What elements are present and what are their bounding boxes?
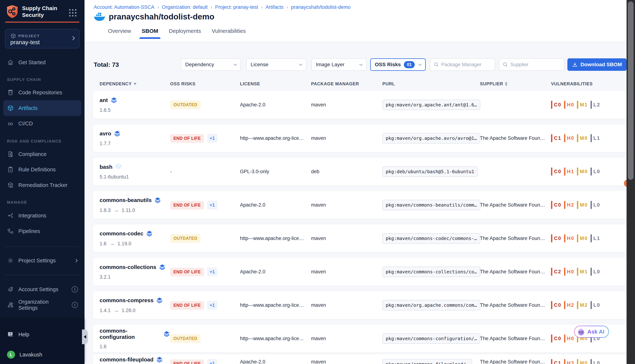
sort-both-icon xyxy=(505,82,508,86)
table-row[interactable]: commons-compress 1.4.1→1.28.0 END OF LIF… xyxy=(93,291,626,319)
sbom-table: DEPENDENCY OSS RISKS LICENSE PACKAGE MAN… xyxy=(93,81,626,364)
sidebar-item-label: Get Started xyxy=(18,60,46,66)
purl-chip[interactable]: pkg:maven/org.apache.commons/com… xyxy=(382,300,480,310)
breadcrumb-project[interactable]: Project: pranay-test xyxy=(215,4,258,10)
sidebar-item-label: Remediation Tracker xyxy=(18,182,68,188)
tab-deployments[interactable]: Deployments xyxy=(168,28,202,38)
sidebar-item-project-settings[interactable]: Project Settings xyxy=(0,253,85,268)
sidebar-item-code-repositories[interactable]: Code Repositories xyxy=(0,85,85,100)
sidebar-item-organization-settings[interactable]: Organization Settings i xyxy=(0,298,85,312)
purl-chip[interactable]: pkg:maven/commons-collections/co… xyxy=(382,266,480,277)
more-risks-chip[interactable]: +1 xyxy=(207,267,218,276)
table-row[interactable]: ant 1.6.5 OUTDATED Apache-2.0 maven pkg:… xyxy=(93,91,626,119)
chevron-down-icon xyxy=(359,62,362,66)
project-name: pranay-test xyxy=(10,39,40,46)
table-row[interactable]: avro 1.7.7 END OF LIFE+1 http---www.apac… xyxy=(93,124,626,152)
purl-chip[interactable]: pkg:maven/org.apache.avro/avro@1… xyxy=(382,133,480,144)
oss-risk-badge: END OF LIFE xyxy=(170,360,204,364)
dependency-name: bash xyxy=(100,164,112,170)
sidebar-item-integrations[interactable]: Integrations xyxy=(0,208,85,223)
supplier: The Apache Software Foun… xyxy=(480,302,551,308)
sidebar-item-remediation-tracker[interactable]: Remediation Tracker xyxy=(0,178,85,192)
table-row[interactable]: commons-codec 1.6→1.19.0 OUTDATED http--… xyxy=(93,224,626,252)
tab-overview[interactable]: Overview xyxy=(107,28,132,38)
supplier: The Apache Software Foun… xyxy=(480,336,551,342)
sidebar-item-label: Project Settings xyxy=(18,258,56,264)
purl-chip[interactable]: pkg:maven/commons-beanutils/comm… xyxy=(382,200,480,210)
main-content: Account: Automation-SSCA› Organization: … xyxy=(85,0,635,364)
breadcrumb-separator: › xyxy=(261,4,263,10)
table-row[interactable]: commons-collections 3.2.1 END OF LIFE+1 … xyxy=(93,258,626,286)
tab-vulnerabilities[interactable]: Vulnerabilities xyxy=(210,28,247,38)
document-search-icon xyxy=(7,151,14,158)
image-layer-filter-dropdown[interactable]: Image Layer xyxy=(311,58,367,71)
oss-risks-filter-dropdown[interactable]: OSS Risks 01 xyxy=(370,58,426,71)
breadcrumb-organization[interactable]: Organization: default xyxy=(162,4,208,10)
upgrade-arrow-icon: → xyxy=(110,241,115,246)
dropdown-label: Image Layer xyxy=(316,62,344,68)
sidebar-item-help[interactable]: ? Help xyxy=(0,327,85,342)
purl-chip[interactable]: pkg:maven/org.apache.ant/ant@1.6… xyxy=(382,100,480,110)
breadcrumb-artifacts[interactable]: Artifacts xyxy=(266,4,284,10)
dependency-name: ant xyxy=(100,97,108,103)
user-menu[interactable]: L Lavakush xyxy=(0,347,85,362)
table-row[interactable]: commons-beanutils 1.8.3→1.11.0 END OF LI… xyxy=(93,191,626,219)
layers-icon xyxy=(154,197,161,204)
scrollbar-track[interactable] xyxy=(626,0,635,364)
table-row[interactable]: commons-fileupload END OF LIFE+1 Apache-… xyxy=(93,354,626,364)
purl-chip[interactable]: pkg:maven/commons-configuration/… xyxy=(382,333,480,344)
more-risks-chip[interactable]: +1 xyxy=(207,359,218,364)
dependency-name: commons-beanutils xyxy=(100,197,152,203)
sort-desc-icon xyxy=(134,83,136,85)
collapse-arrow-icon xyxy=(84,335,86,339)
breadcrumb-separator: › xyxy=(157,4,159,10)
table-row[interactable]: commons-configuration 1.6 OUTDATED http-… xyxy=(93,324,626,352)
sidebar-item-account-settings[interactable]: Account Settings i xyxy=(0,282,85,297)
sidebar-item-rule-definitions[interactable]: Rule Definitions xyxy=(0,162,85,177)
license-filter-dropdown[interactable]: License xyxy=(246,58,306,71)
more-risks-chip[interactable]: +1 xyxy=(207,134,218,143)
sidebar-item-compliance[interactable]: Compliance xyxy=(0,147,85,162)
sidebar-footer: ? Help L Lavakush xyxy=(0,320,85,364)
more-risks-chip[interactable]: +1 xyxy=(207,200,218,210)
divider xyxy=(5,246,79,247)
breadcrumb-artifact-name[interactable]: pranaycshah/todolist-demo xyxy=(291,4,351,10)
package-manager-input[interactable] xyxy=(441,62,492,68)
purl-chip[interactable]: pkg:deb/ubuntu/bash@5.1-6ubuntu1 xyxy=(382,166,478,177)
version: 1.7.7 xyxy=(100,141,111,146)
breadcrumb-account[interactable]: Account: Automation-SSCA xyxy=(94,4,154,10)
dependency-filter-dropdown[interactable]: Dependency xyxy=(181,58,241,71)
svg-text:?: ? xyxy=(10,332,11,335)
project-selector[interactable]: PROJECT pranay-test xyxy=(5,29,79,48)
license: Apache-2.0 xyxy=(240,354,311,364)
tab-sbom[interactable]: SBOM xyxy=(141,28,159,38)
version-target: 1.11.0 xyxy=(122,208,135,213)
table-row[interactable]: bash 5.1-6ubuntu1 - GPL-3.0-only deb pkg… xyxy=(93,158,626,186)
more-risks-chip[interactable]: +1 xyxy=(207,301,218,310)
oss-risk-badge: OUTDATED xyxy=(170,234,201,243)
col-header-supplier[interactable]: SUPPLIER xyxy=(480,81,551,86)
sidebar: Supply Chain Security PROJECT pranay-tes… xyxy=(0,0,85,364)
license: http---www.apache.org-lice… xyxy=(240,236,311,241)
scrollbar-thumb[interactable] xyxy=(628,2,633,180)
sidebar-item-pipelines[interactable]: Pipelines xyxy=(0,224,85,238)
sidebar-collapse-handle[interactable] xyxy=(82,330,88,344)
apps-grid-icon[interactable] xyxy=(69,9,76,16)
sidebar-item-artifacts[interactable]: Artifacts xyxy=(3,100,81,116)
sidebar-item-get-started[interactable]: Get Started xyxy=(0,55,85,70)
oss-risk-badge: OUTDATED xyxy=(170,334,201,343)
package-manager: maven xyxy=(311,202,382,208)
sidebar-item-cicd[interactable]: ∞ CI/CD xyxy=(0,116,85,131)
upgrade-arrow-icon: → xyxy=(114,308,119,313)
ask-ai-button[interactable]: Ask AI xyxy=(574,326,609,338)
chevron-down-icon xyxy=(418,62,421,66)
supplier-input[interactable] xyxy=(510,62,561,68)
col-header-dependency[interactable]: DEPENDENCY xyxy=(100,81,170,86)
col-header-oss-risks: OSS RISKS xyxy=(170,81,240,86)
download-sbom-button[interactable]: Download SBOM xyxy=(567,58,626,71)
chevron-right-icon xyxy=(71,36,75,40)
filter-count-badge: 01 xyxy=(404,61,415,68)
purl-chip[interactable]: pkg:maven/commons-codec/commons-… xyxy=(382,233,480,244)
dependency-name: commons-codec xyxy=(100,230,143,237)
purl-chip[interactable]: pkg:maven/commons-fileupload/… xyxy=(382,359,472,364)
